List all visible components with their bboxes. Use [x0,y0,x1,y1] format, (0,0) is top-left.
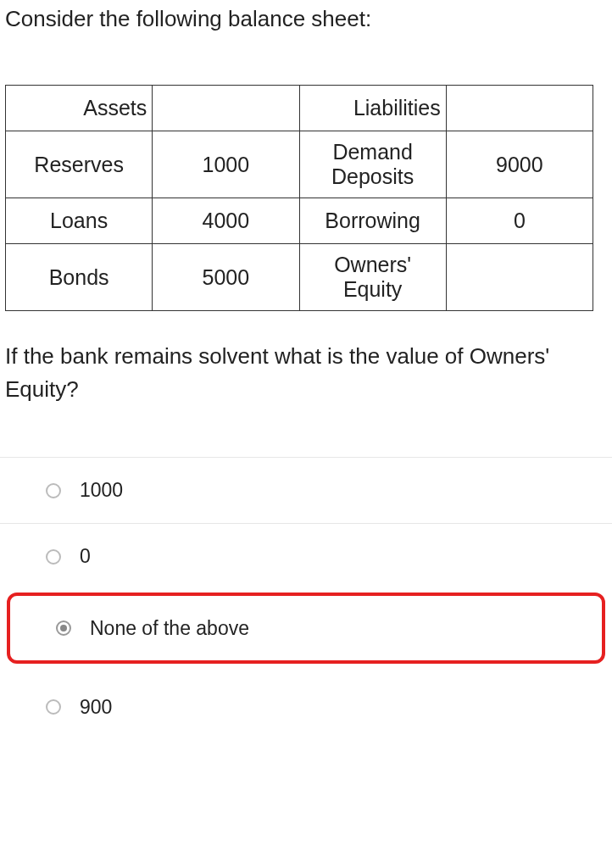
table-header-row: Assets Liabilities [6,86,593,131]
option-label: None of the above [90,617,249,640]
question-intro-text: Consider the following balance sheet: [0,0,612,34]
option-label: 900 [80,696,112,719]
header-empty-1 [153,86,299,131]
radio-icon[interactable] [56,620,71,636]
asset-value: 1000 [153,131,299,198]
table-row: Reserves 1000 Demand Deposits 9000 [6,131,593,198]
option-0[interactable]: 0 [0,523,612,589]
table-row: Loans 4000 Borrowing 0 [6,198,593,244]
header-assets: Assets [6,86,153,131]
radio-icon[interactable] [46,483,61,498]
question-follow-text: If the bank remains solvent what is the … [0,328,612,406]
liability-value: 9000 [446,131,593,198]
asset-label: Loans [6,198,153,244]
radio-icon[interactable] [46,549,61,565]
answer-options: 1000 0 None of the above 900 [0,457,612,740]
asset-value: 5000 [153,244,299,311]
option-none-of-the-above[interactable]: None of the above [10,596,602,660]
option-label: 0 [80,545,91,568]
balance-sheet-table: Assets Liabilities Reserves 1000 Demand … [5,85,593,311]
highlighted-option-frame: None of the above [7,593,605,664]
liability-label: Demand Deposits [299,131,446,198]
liability-value: 0 [446,198,593,244]
liability-value [446,244,593,311]
liability-label: Borrowing [299,198,446,244]
liability-label: Owners' Equity [299,244,446,311]
asset-label: Reserves [6,131,153,198]
table-row: Bonds 5000 Owners' Equity [6,244,593,311]
header-liabilities: Liabilities [299,86,446,131]
header-empty-2 [446,86,593,131]
option-900[interactable]: 900 [0,674,612,740]
asset-value: 4000 [153,198,299,244]
option-label: 1000 [80,479,123,502]
asset-label: Bonds [6,244,153,311]
radio-icon[interactable] [46,699,61,715]
option-1000[interactable]: 1000 [0,457,612,523]
